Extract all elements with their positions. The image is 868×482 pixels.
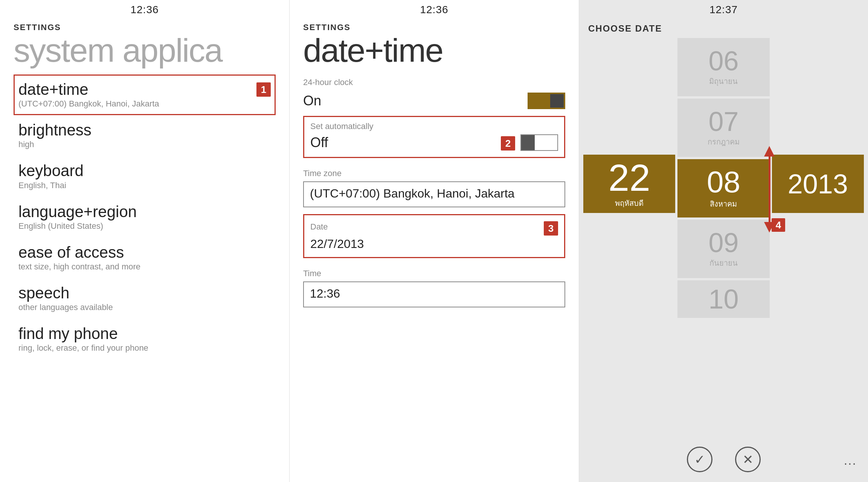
status-bar-2: 12:36	[303, 0, 565, 17]
menu-item-findphone-sub: ring, lock, erase, or find your phone	[18, 343, 271, 353]
badge-1: 1	[256, 82, 271, 97]
date-cell-august[interactable]: 08 สิงหาคม	[677, 159, 769, 217]
date-num-08: 08	[707, 167, 740, 197]
date-bottom-bar: ✓ ✕ ...	[579, 437, 868, 482]
date-num-22: 22	[609, 159, 650, 196]
menu-item-keyboard[interactable]: keyboard English, Thai	[14, 156, 276, 196]
menu-item-brightness[interactable]: brightness high	[14, 115, 276, 156]
date-num-07: 07	[708, 108, 738, 135]
date-label: Date	[310, 222, 328, 232]
date-sub-july: กรกฎาคม	[708, 136, 740, 148]
menu-item-datetime-title: date+time	[18, 81, 159, 98]
menu-item-brightness-sub: high	[18, 140, 271, 149]
timezone-value: (UTC+07:00) Bangkok, Hanoi, Jakarta	[310, 187, 558, 201]
auto-section: Set automatically Off 2	[303, 116, 565, 158]
date-col-day: 22 พฤหัสบดี	[582, 37, 676, 364]
choose-date-header: CHOOSE DATE	[579, 17, 868, 34]
clock-value: On	[303, 93, 321, 109]
badge-2: 2	[501, 136, 515, 151]
date-sub-june: มิถุนายน	[709, 75, 738, 87]
date-section: Date 3 22/7/2013	[303, 214, 565, 258]
menu-item-brightness-title: brightness	[18, 122, 271, 139]
menu-item-speech-title: speech	[18, 284, 271, 302]
settings-label-1: SETTINGS	[14, 23, 276, 32]
cancel-button[interactable]: ✕	[735, 447, 761, 472]
date-cell-sept[interactable]: 09 กันยายน	[677, 220, 769, 278]
menu-item-findphone-title: find my phone	[18, 325, 271, 342]
date-value: 22/7/2013	[310, 237, 558, 251]
menu-item-ease-title: ease of access	[18, 244, 271, 261]
clock-toggle-thumb	[550, 94, 564, 108]
date-cell-july[interactable]: 07 กรกฎาคม	[677, 99, 769, 157]
auto-toggle[interactable]	[520, 134, 558, 151]
badge-4: 4	[772, 218, 785, 232]
status-bar-1: 12:36	[14, 0, 276, 17]
menu-item-ease[interactable]: ease of access text size, high contrast,…	[14, 237, 276, 278]
clock-toggle[interactable]	[528, 93, 565, 109]
date-cell-22[interactable]: 22 พฤหัสบดี	[583, 155, 675, 213]
menu-item-speech[interactable]: speech other languages available	[14, 278, 276, 319]
menu-item-keyboard-title: keyboard	[18, 162, 271, 179]
date-num-09: 09	[708, 229, 738, 256]
time-value: 12:36	[310, 287, 558, 301]
date-sub-sept: กันยายน	[709, 257, 738, 269]
date-sub-thu: พฤหัสบดี	[615, 197, 644, 209]
settings-label-2: SETTINGS	[303, 23, 565, 32]
date-cell-june[interactable]: 06 มิถุนายน	[677, 38, 769, 96]
menu-item-language-sub: English (United States)	[18, 221, 271, 231]
date-col-month: 06 มิถุนายน 07 กรกฎาคม 08 สิงหาคม 09 กัน…	[676, 37, 770, 364]
timezone-label: Time zone	[303, 169, 565, 178]
menu-item-language-title: language+region	[18, 203, 271, 220]
date-num-06: 06	[708, 47, 738, 75]
clock-row[interactable]: On	[303, 89, 565, 113]
date-col-year: 2013	[771, 37, 865, 364]
menu-item-ease-sub: text size, high contrast, and more	[18, 262, 271, 272]
menu-item-speech-sub: other languages available	[18, 303, 271, 312]
date-num-2013: 2013	[788, 170, 848, 198]
badge-3: 3	[544, 221, 558, 236]
menu-item-language[interactable]: language+region English (United States)	[14, 197, 276, 237]
date-cell-oct[interactable]: 10	[677, 280, 769, 318]
date-num-10: 10	[708, 286, 738, 313]
page-title-2: date+time	[303, 34, 565, 67]
auto-toggle-thumb	[521, 135, 535, 150]
confirm-button[interactable]: ✓	[687, 447, 712, 472]
status-bar-3: 12:37	[579, 0, 868, 17]
page-title-1: system applica	[14, 34, 276, 67]
auto-label: Set automatically	[310, 122, 558, 131]
menu-item-datetime[interactable]: date+time (UTC+07:00) Bangkok, Hanoi, Ja…	[14, 75, 276, 115]
date-cell-2013[interactable]: 2013	[772, 155, 864, 213]
clock-label: 24-hour clock	[303, 78, 565, 87]
auto-value: Off	[310, 135, 328, 151]
more-button[interactable]: ...	[844, 453, 857, 468]
menu-item-findphone[interactable]: find my phone ring, lock, erase, or find…	[14, 319, 276, 359]
auto-row[interactable]: Off 2	[310, 133, 558, 151]
menu-list: date+time (UTC+07:00) Bangkok, Hanoi, Ja…	[14, 75, 276, 359]
menu-item-keyboard-sub: English, Thai	[18, 181, 271, 190]
time-box[interactable]: 12:36	[303, 281, 565, 307]
timezone-box[interactable]: (UTC+07:00) Bangkok, Hanoi, Jakarta	[303, 181, 565, 207]
date-sub-august: สิงหาคม	[710, 198, 737, 210]
time-label: Time	[303, 269, 565, 278]
menu-item-datetime-sub: (UTC+07:00) Bangkok, Hanoi, Jakarta	[18, 99, 159, 109]
